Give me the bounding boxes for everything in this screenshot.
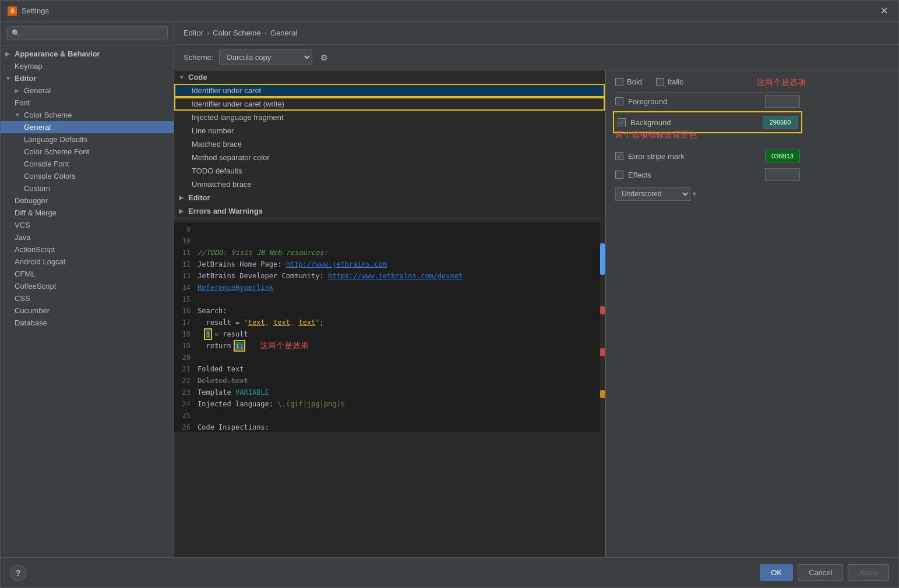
foreground-color-picker[interactable] [765, 95, 800, 108]
background-checkbox[interactable]: ✓ [618, 118, 626, 126]
help-button[interactable]: ? [10, 565, 26, 581]
sidebar-item-android-logcat[interactable]: Android Logcat [1, 256, 174, 268]
sidebar-item-vcs[interactable]: VCS [1, 219, 174, 231]
bottom-left: ? [10, 565, 26, 581]
sidebar-label: Cucumber [15, 306, 50, 315]
error-stripe-color-picker[interactable]: 036B13 [765, 150, 800, 162]
preview-line: 9 [174, 224, 605, 235]
section-label: Editor [188, 193, 210, 202]
error-stripe-checkbox[interactable]: ✓ [615, 152, 623, 160]
sidebar-item-database[interactable]: Database [1, 317, 174, 329]
scrollbar-thumb-blue [600, 243, 605, 275]
breadcrumb-color-scheme: Color Scheme [213, 29, 260, 37]
effects-checkbox[interactable] [615, 171, 623, 179]
item-label: Line number [192, 126, 234, 135]
sidebar-label: Debugger [15, 196, 48, 205]
preview-line: 24 Injected language: \.(gif|jpg|png)$ [174, 398, 605, 410]
code-tree-identifier-caret[interactable]: Identifier under caret [174, 84, 605, 97]
apply-button[interactable]: Apply [848, 564, 889, 581]
right-panel: Editor › Color Scheme › General Scheme: … [174, 22, 898, 557]
arrow-icon: ▼ [5, 75, 13, 82]
bold-checkbox-label[interactable]: Bold [615, 77, 642, 86]
arrow-icon: ▶ [15, 87, 23, 94]
foreground-checkbox[interactable] [615, 97, 623, 105]
cancel-button[interactable]: Cancel [798, 564, 843, 581]
code-tree-errors-section[interactable]: ▶ Errors and Warnings [174, 204, 605, 218]
code-tree-code-section[interactable]: ▼ Code [174, 70, 605, 84]
code-tree-matched-brace[interactable]: Matched brace [174, 137, 605, 151]
options-annotation: 这两个是选项 [757, 77, 806, 88]
sidebar-item-cs-general[interactable]: General [1, 121, 174, 133]
search-input[interactable] [6, 26, 168, 40]
foreground-row: Foreground [615, 95, 800, 108]
code-tree: ▼ Code Identifier under caret Identifier… [174, 70, 605, 557]
preview-line: 22 Deleted.text [174, 375, 605, 387]
app-icon: ⚙ [8, 6, 17, 16]
sidebar-item-java[interactable]: Java [1, 231, 174, 243]
sidebar-item-general[interactable]: ▶ General [1, 84, 174, 97]
breadcrumb: Editor › Color Scheme › General [174, 22, 898, 45]
error-stripe-row: ✓ Error stripe mark 036B13 [615, 150, 800, 162]
code-tree-method-separator[interactable]: Method separator color [174, 151, 605, 164]
code-tree-unmatched-brace[interactable]: Unmatched brace [174, 178, 605, 191]
pane-divider [174, 218, 605, 222]
effects-annotation: 这两个是效果 [260, 341, 309, 350]
scheme-label: Scheme: [184, 53, 213, 62]
search-bar [1, 22, 174, 45]
sidebar-item-cucumber[interactable]: Cucumber [1, 304, 174, 317]
italic-checkbox-label[interactable]: Italic [656, 77, 683, 86]
panel-body: ▼ Code Identifier under caret Identifier… [174, 70, 898, 557]
item-label: Unmatched brace [192, 180, 252, 189]
sidebar-label: Diff & Merge [15, 208, 57, 217]
sidebar-label: Editor [15, 74, 37, 83]
preview-line: 15 [174, 293, 605, 305]
italic-checkbox[interactable] [656, 78, 664, 86]
background-value: 296660 [770, 119, 791, 126]
bold-checkbox[interactable] [615, 78, 623, 86]
gear-button[interactable]: ⚙ [318, 51, 330, 65]
breadcrumb-editor: Editor [184, 29, 203, 37]
sidebar-item-debugger[interactable]: Debugger [1, 194, 174, 207]
background-label: Background [630, 118, 671, 127]
code-tree-todo[interactable]: TODO defaults [174, 164, 605, 178]
sidebar-label: Color Scheme [24, 111, 72, 119]
dropdown-arrow-icon: ▾ [693, 190, 696, 198]
breadcrumb-general: General [270, 29, 297, 37]
sidebar-item-keymap[interactable]: Keymap [1, 60, 174, 72]
effects-color-picker[interactable] [765, 168, 800, 181]
sidebar-item-console-font[interactable]: Console Font [1, 158, 174, 170]
background-color-picker[interactable]: 296660 [763, 116, 798, 129]
sidebar-item-console-colors[interactable]: Console Colors [1, 170, 174, 182]
section-label: Errors and Warnings [188, 207, 263, 215]
code-tree-editor-section[interactable]: ▶ Editor [174, 191, 605, 204]
breadcrumb-arrow: › [265, 29, 267, 37]
preview-line: 11 //TODO: Visit JB Web resources: [174, 247, 605, 258]
preview-line: 20 [174, 352, 605, 363]
preview-line: 14 ReferenceHyperlink [174, 282, 605, 293]
sidebar-item-editor[interactable]: ▼ Editor [1, 72, 174, 84]
code-tree-line-number[interactable]: Line number [174, 124, 605, 137]
effects-row: Effects [615, 168, 800, 181]
sidebar-label: Database [15, 318, 47, 327]
sidebar-item-css[interactable]: CSS [1, 292, 174, 304]
sidebar-item-color-scheme[interactable]: ▼ Color Scheme [1, 109, 174, 121]
sidebar-item-coffeescript[interactable]: CoffeeScript [1, 280, 174, 292]
code-tree-injected-lang[interactable]: Injected language fragment [174, 111, 605, 124]
bottom-bar: ? OK Cancel Apply [1, 557, 898, 587]
sidebar-item-font[interactable]: Font [1, 97, 174, 109]
sidebar-label: General [24, 86, 51, 95]
effects-style-select[interactable]: Underscored Bold underscored Underwaved … [615, 187, 690, 201]
sidebar-item-lang-defaults[interactable]: Language Defaults [1, 133, 174, 146]
scheme-select[interactable]: Darcula copy Darcula Default [219, 49, 312, 65]
ok-button[interactable]: OK [760, 564, 793, 581]
sidebar-item-custom[interactable]: Custom [1, 182, 174, 194]
sidebar-item-appearance[interactable]: ▶ Appearance & Behavior [1, 48, 174, 60]
sidebar-item-diff-merge[interactable]: Diff & Merge [1, 207, 174, 219]
sidebar-item-cfml[interactable]: CFML [1, 268, 174, 280]
sidebar-label: Java [15, 233, 30, 242]
item-label: Matched brace [192, 140, 242, 148]
close-button[interactable]: ✕ [877, 3, 891, 19]
sidebar-item-cs-font[interactable]: Color Scheme Font [1, 146, 174, 158]
sidebar-item-actionscript[interactable]: ActionScript [1, 243, 174, 256]
code-tree-identifier-caret-write[interactable]: Identifier under caret (write) [174, 97, 605, 111]
